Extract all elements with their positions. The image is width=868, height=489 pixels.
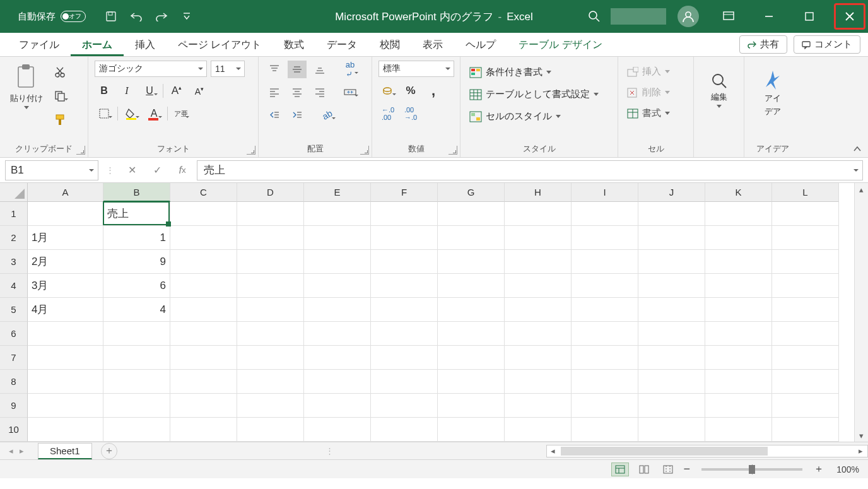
cell-J5[interactable]: [638, 298, 705, 322]
scroll-up-icon[interactable]: ▴: [855, 183, 868, 196]
cell-H10[interactable]: [505, 418, 572, 442]
vertical-scrollbar[interactable]: ▴ ▾: [854, 183, 868, 442]
fill-color-icon[interactable]: [122, 105, 141, 122]
cell-K5[interactable]: [705, 298, 772, 322]
cell-K7[interactable]: [705, 346, 772, 370]
cell-I4[interactable]: [572, 274, 638, 298]
cell-F9[interactable]: [371, 394, 438, 418]
bold-button[interactable]: B: [95, 82, 114, 100]
conditional-format-button[interactable]: 条件付き書式: [467, 64, 611, 80]
cell-H8[interactable]: [505, 370, 572, 394]
sheet-nav[interactable]: ◂▸: [0, 446, 33, 456]
cell-C6[interactable]: [170, 322, 237, 346]
cell-G6[interactable]: [438, 322, 505, 346]
cell-K9[interactable]: [705, 394, 772, 418]
font-size-select[interactable]: 11: [211, 61, 245, 77]
cell-H9[interactable]: [505, 394, 572, 418]
decrease-decimal-icon[interactable]: .00→.0: [401, 105, 420, 122]
column-header-A[interactable]: A: [28, 183, 103, 202]
font-color-icon[interactable]: A: [144, 105, 163, 122]
cell-F2[interactable]: [371, 226, 438, 250]
currency-icon[interactable]: [378, 82, 397, 100]
dialog-launcher-icon[interactable]: [247, 146, 255, 155]
format-as-table-button[interactable]: テーブルとして書式設定: [467, 86, 611, 102]
cell-E2[interactable]: [304, 226, 371, 250]
cell-L9[interactable]: [772, 394, 839, 418]
cell-C7[interactable]: [170, 346, 237, 370]
select-all-corner[interactable]: [0, 183, 28, 202]
dialog-launcher-icon[interactable]: [449, 146, 457, 155]
cell-G4[interactable]: [438, 274, 505, 298]
collapse-ribbon-icon[interactable]: [853, 146, 862, 152]
search-input[interactable]: [611, 8, 666, 25]
row-header-3[interactable]: 3: [0, 250, 28, 274]
insert-cells-button[interactable]: 挿入: [625, 64, 687, 79]
cell-D3[interactable]: [237, 250, 304, 274]
tab-view[interactable]: 表示: [411, 33, 454, 56]
cell-J8[interactable]: [638, 370, 705, 394]
cell-F8[interactable]: [371, 370, 438, 394]
cell-B6[interactable]: [103, 322, 170, 346]
cell-F3[interactable]: [371, 250, 438, 274]
cell-D6[interactable]: [237, 322, 304, 346]
column-header-H[interactable]: H: [505, 183, 572, 202]
paste-button[interactable]: 貼り付け: [6, 61, 47, 112]
cell-K3[interactable]: [705, 250, 772, 274]
cell-A3[interactable]: 2月: [28, 250, 103, 274]
qat-customize-icon[interactable]: [180, 10, 193, 23]
percent-icon[interactable]: %: [401, 82, 420, 100]
cell-A1[interactable]: [28, 202, 103, 226]
cell-E10[interactable]: [304, 418, 371, 442]
cell-B8[interactable]: [103, 370, 170, 394]
cell-H4[interactable]: [505, 274, 572, 298]
cell-L10[interactable]: [772, 418, 839, 442]
cell-C8[interactable]: [170, 370, 237, 394]
cell-A6[interactable]: [28, 322, 103, 346]
cell-A4[interactable]: 3月: [28, 274, 103, 298]
column-header-J[interactable]: J: [638, 183, 705, 202]
share-button[interactable]: 共有: [739, 35, 787, 54]
cell-C10[interactable]: [170, 418, 237, 442]
cell-B3[interactable]: 9: [103, 250, 170, 274]
cell-D10[interactable]: [237, 418, 304, 442]
cell-G3[interactable]: [438, 250, 505, 274]
tab-page-layout[interactable]: ページ レイアウト: [167, 33, 273, 56]
cell-B4[interactable]: 6: [103, 274, 170, 298]
tab-table-design[interactable]: テーブル デザイン: [507, 33, 613, 56]
cell-L2[interactable]: [772, 226, 839, 250]
row-header-9[interactable]: 9: [0, 394, 28, 418]
underline-button[interactable]: U: [140, 82, 159, 100]
cell-E6[interactable]: [304, 322, 371, 346]
font-name-select[interactable]: 游ゴシック: [95, 61, 207, 77]
cell-I8[interactable]: [572, 370, 638, 394]
scroll-down-icon[interactable]: ▾: [855, 429, 868, 442]
row-header-7[interactable]: 7: [0, 346, 28, 370]
column-header-F[interactable]: F: [371, 183, 438, 202]
cell-C9[interactable]: [170, 394, 237, 418]
number-format-select[interactable]: 標準: [378, 61, 454, 77]
cell-J9[interactable]: [638, 394, 705, 418]
cell-H3[interactable]: [505, 250, 572, 274]
ideas-button[interactable]: アイ デア: [751, 67, 795, 120]
cell-L1[interactable]: [772, 202, 839, 226]
toggle-switch[interactable]: オフ: [61, 11, 86, 22]
increase-decimal-icon[interactable]: ←.0.00: [378, 105, 397, 122]
column-header-I[interactable]: I: [572, 183, 638, 202]
cell-A2[interactable]: 1月: [28, 226, 103, 250]
enter-icon[interactable]: ✓: [146, 160, 168, 180]
sheet-tab-1[interactable]: Sheet1: [38, 443, 92, 459]
cell-E3[interactable]: [304, 250, 371, 274]
redo-icon[interactable]: [155, 10, 168, 23]
italic-button[interactable]: I: [117, 82, 136, 100]
add-sheet-button[interactable]: ＋: [101, 443, 117, 459]
cell-I7[interactable]: [572, 346, 638, 370]
cell-H6[interactable]: [505, 322, 572, 346]
column-header-E[interactable]: E: [304, 183, 371, 202]
cell-J2[interactable]: [638, 226, 705, 250]
tab-data[interactable]: データ: [315, 33, 368, 56]
orientation-icon[interactable]: ab: [318, 106, 337, 124]
cell-D1[interactable]: [237, 202, 304, 226]
phonetic-icon[interactable]: ア亜: [172, 105, 191, 122]
cell-E7[interactable]: [304, 346, 371, 370]
cell-E8[interactable]: [304, 370, 371, 394]
